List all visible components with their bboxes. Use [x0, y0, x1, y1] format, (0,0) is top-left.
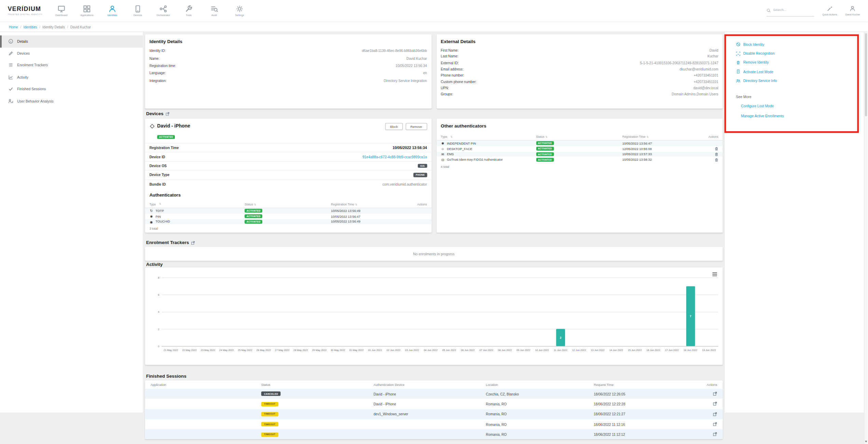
- field-value: en: [423, 71, 427, 75]
- breadcrumb-item-identities[interactable]: Identities: [23, 25, 37, 29]
- open-enrolment-trackers-icon[interactable]: [191, 241, 195, 245]
- open-session-icon[interactable]: [713, 392, 717, 396]
- fido2-key-icon: ⊡: [441, 158, 444, 161]
- chart-y-tick: 0: [148, 345, 159, 348]
- sidebar-item-finished-sessions[interactable]: Finished Sessions: [0, 83, 143, 95]
- sort-icon[interactable]: ⇅: [254, 203, 256, 206]
- scrollbar[interactable]: [864, 32, 868, 444]
- open-session-icon[interactable]: [713, 412, 717, 416]
- chart-x-tick: 07 Jun 2022: [477, 349, 496, 352]
- bar-value-label: 2: [560, 336, 562, 339]
- session-status-badge: TIMEOUT: [261, 422, 278, 427]
- nav-item-label: Tools: [186, 14, 192, 17]
- chart-y-tick: 2: [148, 327, 159, 331]
- action-activate-lost-mode[interactable]: Activate Lost Mode: [736, 67, 868, 76]
- sort-icon[interactable]: ⇅: [546, 136, 548, 138]
- quick-actions-button[interactable]: Quick Actions: [822, 5, 837, 16]
- nav-item-settings[interactable]: Settings: [227, 0, 252, 22]
- enrolment-trackers-card: No enrolments in progress: [145, 247, 722, 261]
- open-devices-icon[interactable]: [166, 112, 170, 116]
- action-directory-service-info[interactable]: Directory Service Info: [736, 76, 868, 85]
- sidebar-item-user-behavior-analysis[interactable]: User Behavior Analysis: [0, 95, 143, 107]
- pin-icon: ✱: [149, 214, 153, 218]
- open-session-icon[interactable]: [713, 402, 717, 406]
- device-field: Registration Time10/05/2022 13:56:34: [145, 143, 431, 152]
- enrolment-trackers-title: Enrolment Trackers: [146, 240, 722, 246]
- sidebar-item-label: Details: [17, 39, 28, 43]
- delete-authenticator-icon[interactable]: [714, 158, 718, 162]
- sort-icon[interactable]: ⇅: [355, 203, 357, 206]
- scrollbar-thumb[interactable]: [865, 33, 867, 116]
- session-row: TIMEOUTdev1_Windows_serverRomania, RO18/…: [145, 409, 722, 419]
- device-id-link[interactable]: 91e4a88a-c672-4c88-9fd9-ccac9899ca1a: [362, 155, 427, 159]
- status-badge: ACTIVATED: [536, 147, 554, 151]
- chartline-icon: [8, 75, 13, 80]
- nav-item-dashboard[interactable]: Dashboard: [49, 0, 74, 22]
- device-card-header: David - iPhone ACTIVATED Block Remove: [145, 119, 431, 143]
- block-device-button[interactable]: Block: [385, 123, 402, 130]
- open-session-icon[interactable]: [713, 432, 717, 436]
- status-badge: ACTIVATED: [536, 152, 554, 156]
- nav-item-applications[interactable]: Applications: [74, 0, 100, 22]
- independent-pin-icon: ✱: [441, 142, 444, 145]
- sidebar-item-details[interactable]: Details: [0, 36, 143, 48]
- sidebar-item-activity[interactable]: Activity: [0, 71, 143, 83]
- field-label: Identity ID:: [149, 49, 166, 53]
- search-input[interactable]: [773, 8, 814, 12]
- session-location: Romania, RO: [486, 432, 594, 436]
- field-value: d6ae1ba8-1139-46ec-8e96-b86bab36e6bb: [362, 49, 427, 53]
- chart-x-tick: 21 May 2022: [162, 349, 180, 352]
- activity-chart-card: 0246821 May 202222 May 202223 May 202224…: [145, 267, 722, 365]
- detail-field: First Name:David: [436, 47, 722, 53]
- field-label: First Name:: [441, 48, 458, 52]
- session-row: TIMEOUTRomania, RO18/06/2022 11:12:16: [145, 419, 722, 429]
- top-nav: DashboardApplicationsIdentitiesDevicesOr…: [49, 0, 252, 22]
- action-remove-identity[interactable]: Remove Identity: [736, 58, 868, 67]
- action-configure-lost-mode[interactable]: Configure Lost Mode: [741, 104, 868, 108]
- action-block-identity[interactable]: Block Identity: [736, 40, 868, 49]
- chart-menu-icon[interactable]: [712, 271, 718, 278]
- sidebar-item-devices[interactable]: Devices: [0, 48, 143, 59]
- phonelost-icon: [736, 69, 741, 74]
- sort-icon[interactable]: ⇅: [451, 135, 453, 138]
- field-label: Registration time:: [149, 64, 176, 67]
- chart-x-tick: 16 Jun 2022: [644, 349, 663, 352]
- top-bar: VERI✓DIUM TRUSTED DIGITAL IDENTITY Dashb…: [0, 0, 868, 22]
- scrollbar-down-arrow[interactable]: [865, 441, 867, 443]
- action-disable-recognition[interactable]: Disable Recognition: [736, 49, 868, 58]
- activity-bar[interactable]: 7: [686, 286, 695, 346]
- chart-x-tick: 18 Jun 2022: [681, 349, 700, 352]
- session-status-badge: TIMEOUT: [261, 402, 278, 406]
- sort-icon[interactable]: ⇅: [159, 203, 161, 206]
- sidebar-item-enrolment-trackers[interactable]: Enrolment Trackers: [0, 59, 143, 71]
- grid-icon: [83, 5, 91, 13]
- session-request-time: 18/06/2022 12:22:28: [594, 402, 695, 406]
- authenticator-row: ✉EMSACTIVATED10/05/2022 13:57:33: [436, 151, 722, 157]
- nav-item-orchestrator[interactable]: Orchestrator: [151, 0, 176, 22]
- session-request-time: 18/06/2022 12:26:05: [594, 392, 695, 395]
- field-label: Integration:: [149, 79, 166, 82]
- nav-item-tools[interactable]: Tools: [176, 0, 202, 22]
- sort-icon[interactable]: ⇅: [647, 136, 649, 138]
- nav-item-identities[interactable]: Identities: [100, 0, 125, 22]
- action-manage-active-enrollments[interactable]: Manage Active Enrollments: [741, 114, 868, 118]
- nav-item-devices[interactable]: Devices: [125, 0, 151, 22]
- delete-authenticator-icon[interactable]: [714, 152, 718, 156]
- breadcrumb-item-home[interactable]: Home: [9, 25, 18, 29]
- delete-authenticator-icon[interactable]: [714, 147, 718, 151]
- nav-item-label: Devices: [134, 14, 142, 17]
- field-value: dkuchar@veridiumid.com: [680, 67, 718, 71]
- nav-item-audit[interactable]: Audit: [202, 0, 227, 22]
- nav-item-label: Orchestrator: [156, 14, 170, 17]
- activity-bar[interactable]: 2: [556, 329, 565, 346]
- breadcrumb-separator: /: [39, 25, 40, 29]
- table-header: ApplicationStatusAuthentication DeviceLo…: [145, 380, 722, 389]
- user-menu[interactable]: David Kuchar: [845, 5, 860, 16]
- nav-item-label: Identities: [108, 14, 117, 17]
- chart-y-tick: 8: [148, 276, 159, 279]
- authenticator-row: ◉TOUCHIDACTIVATED10/05/2022 13:56:49: [145, 219, 431, 225]
- open-session-icon[interactable]: [713, 422, 717, 426]
- brand-logo[interactable]: VERI✓DIUM TRUSTED DIGITAL IDENTITY: [0, 6, 49, 15]
- remove-device-button[interactable]: Remove: [405, 123, 427, 130]
- detail-field: Custom phone number:+420733451101: [436, 78, 722, 84]
